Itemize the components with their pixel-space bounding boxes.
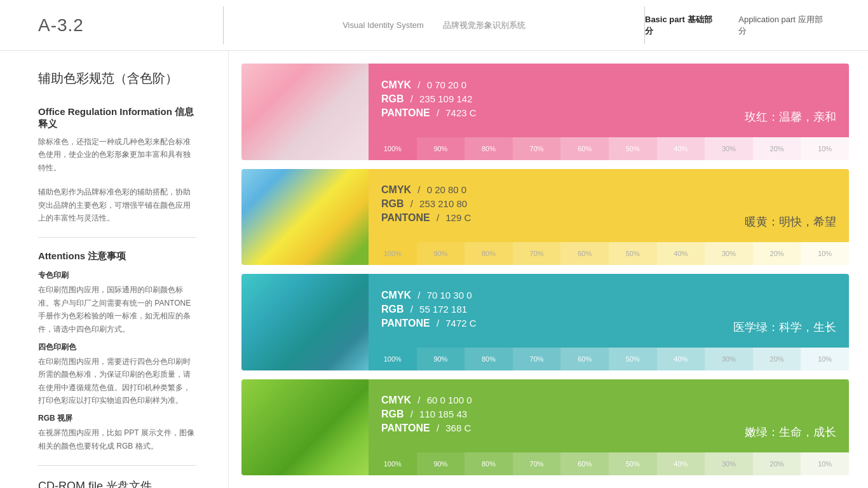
swatch-20: 20% xyxy=(753,348,801,370)
swatch-30: 30% xyxy=(705,348,753,370)
swatch-30: 30% xyxy=(705,452,753,475)
swatch-50: 50% xyxy=(609,348,657,370)
color-panels: CMYK / 0 70 20 0 RGB / 235 109 142 PANTO… xyxy=(229,51,868,488)
swatch-90: 90% xyxy=(417,242,465,265)
swatch-20: 20% xyxy=(753,452,801,475)
swatch-10: 10% xyxy=(801,242,849,265)
swatch-100: 100% xyxy=(369,348,417,370)
page: A-3.2 Visual Identity System 品牌视觉形象识别系统 … xyxy=(0,0,868,488)
teal-panel: CMYK / 70 10 30 0 RGB / 55 172 181 PANTO… xyxy=(241,274,849,370)
sidebar-title: 辅助色彩规范（含色阶） xyxy=(38,70,196,87)
swatch-100: 100% xyxy=(369,137,417,160)
rgb-text: 在视屏范围内应用，比如 PPT 展示文件，图像相关的颜色也要转化成 RGB 格式… xyxy=(38,426,196,452)
swatch-40: 40% xyxy=(657,137,705,160)
pink-rgb: RGB / 235 109 142 xyxy=(381,93,836,105)
pink-swatches: 100% 90% 80% 70% 60% 50% 40% 30% 20% 10% xyxy=(369,137,849,160)
swatch-80: 80% xyxy=(465,137,513,160)
green-rgb: RGB / 110 185 43 xyxy=(381,409,836,420)
teal-cmyk: CMYK / 70 10 30 0 xyxy=(381,290,836,301)
office-text2: 辅助色彩作为品牌标准色彩的辅助搭配，协助突出品牌的主要色彩，可增强平铺在颜色应用… xyxy=(38,186,196,224)
main-content: 辅助色彩规范（含色阶） Office Regulation Informatio… xyxy=(0,51,868,488)
swatch-60: 60% xyxy=(560,348,609,370)
rgb-title: RGB 视屏 xyxy=(38,413,196,424)
header-left: A-3.2 xyxy=(38,15,223,36)
pink-image xyxy=(241,64,369,160)
nav-app-part[interactable]: Application part 应用部分 xyxy=(738,14,830,37)
four-title: 四色印刷色 xyxy=(38,342,196,353)
green-content: CMYK / 60 0 100 0 RGB / 110 185 43 PANTO… xyxy=(369,379,849,476)
attentions-title: Attentions 注意事项 xyxy=(38,250,196,262)
swatch-50: 50% xyxy=(609,452,657,475)
swatch-40: 40% xyxy=(657,452,705,475)
pink-content: CMYK / 0 70 20 0 RGB / 235 109 142 PANTO… xyxy=(369,64,849,160)
swatch-10: 10% xyxy=(801,452,849,475)
pink-info: CMYK / 0 70 20 0 RGB / 235 109 142 PANTO… xyxy=(369,64,849,137)
teal-swatches: 100% 90% 80% 70% 60% 50% 40% 30% 20% 10% xyxy=(369,348,849,370)
swatch-40: 40% xyxy=(657,348,705,370)
teal-rgb: RGB / 55 172 181 xyxy=(381,304,836,315)
four-text: 在印刷范围内应用，需要进行四色分色印刷时所需的颜色标准，为保证印刷的色彩质量，请… xyxy=(38,355,196,407)
yellow-cmyk: CMYK / 0 20 80 0 xyxy=(381,184,836,196)
swatch-100: 100% xyxy=(369,242,417,265)
teal-content: CMYK / 70 10 30 0 RGB / 55 172 181 PANTO… xyxy=(369,274,849,370)
attentions-section: Attentions 注意事项 专色印刷 在印刷范围内应用，国际通用的印刷颜色标… xyxy=(38,250,196,452)
office-title: Office Regulation Information 信息释义 xyxy=(38,106,196,130)
nav-basic-part[interactable]: Basic part 基础部分 xyxy=(645,14,719,37)
swatch-20: 20% xyxy=(753,137,801,160)
green-image xyxy=(241,379,369,476)
yellow-info: CMYK / 0 20 80 0 RGB / 253 210 80 PANTON… xyxy=(369,169,849,243)
swatch-70: 70% xyxy=(513,452,561,475)
yellow-panel: CMYK / 0 20 80 0 RGB / 253 210 80 PANTON… xyxy=(241,169,849,266)
swatch-100: 100% xyxy=(369,452,417,475)
divider2 xyxy=(38,465,196,466)
cdrom-title: CD-ROM file 光盘文件 xyxy=(38,478,196,488)
green-info: CMYK / 60 0 100 0 RGB / 110 185 43 PANTO… xyxy=(369,379,849,453)
teal-image xyxy=(241,274,369,370)
teal-name: 医学绿：科学，生长 xyxy=(733,320,836,335)
office-section: Office Regulation Information 信息释义 除标准色，… xyxy=(38,106,196,224)
swatch-70: 70% xyxy=(513,137,561,160)
yellow-image xyxy=(241,169,369,266)
swatch-80: 80% xyxy=(465,242,513,265)
cdrom-section: CD-ROM file 光盘文件 光盘文件是本 VI 手册电子文件的集合，内含手… xyxy=(38,478,196,488)
header: A-3.2 Visual Identity System 品牌视觉形象识别系统 … xyxy=(0,0,868,51)
swatch-90: 90% xyxy=(417,137,465,160)
swatch-30: 30% xyxy=(705,242,753,265)
pink-panel: CMYK / 0 70 20 0 RGB / 235 109 142 PANTO… xyxy=(241,64,849,160)
swatch-10: 10% xyxy=(801,348,849,370)
green-panel: CMYK / 60 0 100 0 RGB / 110 185 43 PANTO… xyxy=(241,379,849,476)
yellow-content: CMYK / 0 20 80 0 RGB / 253 210 80 PANTON… xyxy=(369,169,849,266)
swatch-30: 30% xyxy=(705,137,753,160)
swatch-80: 80% xyxy=(465,452,513,475)
teal-info: CMYK / 70 10 30 0 RGB / 55 172 181 PANTO… xyxy=(369,274,849,348)
swatch-90: 90% xyxy=(417,452,465,475)
green-swatches: 100% 90% 80% 70% 60% 50% 40% 30% 20% 10% xyxy=(369,452,849,475)
spot-title: 专色印刷 xyxy=(38,270,196,281)
swatch-40: 40% xyxy=(657,242,705,265)
yellow-rgb: RGB / 253 210 80 xyxy=(381,198,836,210)
swatch-90: 90% xyxy=(417,348,465,370)
swatch-50: 50% xyxy=(609,242,657,265)
header-center: Visual Identity System 品牌视觉形象识别系统 xyxy=(223,6,645,44)
sidebar: 辅助色彩规范（含色阶） Office Regulation Informatio… xyxy=(0,51,229,488)
swatch-70: 70% xyxy=(513,348,561,370)
nav-cn-label: 品牌视觉形象识别系统 xyxy=(443,20,526,31)
pink-name: 玫红：温馨，亲和 xyxy=(745,109,836,125)
swatch-60: 60% xyxy=(560,137,609,160)
yellow-swatches: 100% 90% 80% 70% 60% 50% 40% 30% 20% 10% xyxy=(369,242,849,265)
green-cmyk: CMYK / 60 0 100 0 xyxy=(381,395,836,406)
swatch-60: 60% xyxy=(560,242,609,265)
swatch-60: 60% xyxy=(560,452,609,475)
page-number: A-3.2 xyxy=(38,15,84,35)
swatch-50: 50% xyxy=(609,137,657,160)
divider1 xyxy=(38,237,196,238)
swatch-80: 80% xyxy=(465,348,513,370)
swatch-70: 70% xyxy=(513,242,561,265)
office-text1: 除标准色，还指定一种或几种色彩来配合标准色使用，使企业的色彩形象更加丰富和具有独… xyxy=(38,135,196,174)
green-name: 嫩绿：生命，成长 xyxy=(745,424,836,440)
yellow-name: 暖黄：明快，希望 xyxy=(745,214,836,229)
pink-cmyk: CMYK / 0 70 20 0 xyxy=(381,79,836,91)
header-right: Basic part 基础部分 Application part 应用部分 xyxy=(645,14,830,37)
swatch-10: 10% xyxy=(801,137,849,160)
swatch-20: 20% xyxy=(753,242,801,265)
